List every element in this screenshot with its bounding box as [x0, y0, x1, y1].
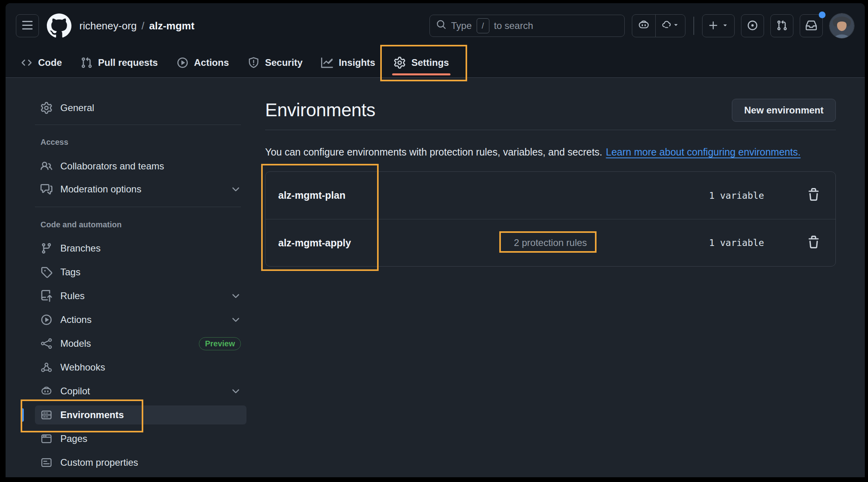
- sidebar-item-pages[interactable]: Pages: [35, 429, 246, 448]
- sidebar-item-general[interactable]: General: [35, 98, 246, 117]
- sidebar-item-copilot[interactable]: Copilot: [35, 382, 246, 401]
- create-new-button[interactable]: [702, 14, 735, 37]
- tab-pull-requests[interactable]: Pull requests: [74, 48, 164, 77]
- sidebar-item-branches[interactable]: Branches: [35, 239, 246, 258]
- sidebar-divider: [35, 125, 241, 125]
- sidebar-divider: [35, 207, 241, 207]
- chevron-down-icon: [231, 386, 241, 396]
- pull-requests-button[interactable]: [770, 14, 793, 37]
- code-icon: [21, 57, 33, 69]
- hamburger-icon: [21, 19, 33, 33]
- copilot-icon: [40, 385, 52, 397]
- environments-settings-panel: Environments New environment You can con…: [265, 78, 836, 477]
- tab-label: Insights: [339, 57, 375, 68]
- sidebar-item-custom-properties[interactable]: Custom properties: [35, 453, 246, 472]
- sidebar-item-label: Environments: [60, 409, 124, 421]
- delete-environment-button[interactable]: [807, 188, 820, 203]
- chevron-down-icon: [231, 315, 241, 325]
- sidebar-section-access: Access: [35, 138, 246, 147]
- sidebar-item-label: Branches: [60, 243, 100, 254]
- sidebar-item-label: Tags: [60, 267, 81, 278]
- comment-discussion-icon: [40, 183, 52, 195]
- search-input[interactable]: Type / to search: [429, 15, 625, 37]
- variables-count: 1 variable: [709, 190, 764, 201]
- sidebar-item-models[interactable]: Models Preview: [35, 334, 246, 353]
- tab-label: Settings: [411, 57, 449, 68]
- sidebar-section-code-and-automation: Code and automation: [35, 220, 246, 229]
- issues-button[interactable]: [741, 14, 764, 37]
- sidebar-item-collaborators[interactable]: Collaborators and teams: [35, 157, 246, 176]
- settings-sidebar: General Access Collaborators and teams M…: [6, 78, 256, 477]
- delete-environment-button[interactable]: [807, 236, 820, 250]
- learn-more-link[interactable]: Learn more about configuring environment…: [606, 146, 801, 157]
- new-environment-button[interactable]: New environment: [732, 99, 836, 122]
- webhook-icon: [40, 361, 52, 373]
- avatar[interactable]: [829, 13, 855, 38]
- sidebar-item-actions[interactable]: Actions: [35, 310, 246, 329]
- caret-down-icon: [722, 22, 729, 30]
- variables-count: 1 variable: [709, 238, 764, 248]
- environments-list: alz-mgmt-plan 1 variable alz-mgmt-apply …: [265, 171, 836, 267]
- chevron-down-icon: [231, 291, 241, 301]
- sidebar-item-environments[interactable]: Environments: [35, 405, 246, 424]
- copilot-button[interactable]: [632, 15, 655, 37]
- sidebar-item-label: Models: [60, 338, 91, 349]
- sidebar-item-label: Pages: [60, 433, 87, 444]
- copilot-agent-dropdown[interactable]: [656, 15, 685, 37]
- pull-request-icon: [776, 20, 787, 32]
- issues-icon: [747, 20, 758, 32]
- tab-insights[interactable]: Insights: [315, 48, 381, 77]
- sidebar-item-rules[interactable]: Rules: [35, 286, 246, 305]
- unread-notification-dot: [819, 12, 826, 18]
- sidebar-item-tags[interactable]: Tags: [35, 263, 246, 282]
- play-icon: [177, 57, 189, 69]
- header-divider: [693, 17, 694, 35]
- environment-name-link[interactable]: alz-mgmt-plan: [278, 190, 392, 201]
- tab-security[interactable]: Security: [241, 48, 309, 77]
- tab-label: Pull requests: [98, 57, 158, 68]
- trash-icon: [807, 188, 820, 203]
- server-icon: [40, 409, 52, 421]
- caret-down-icon: [672, 21, 679, 30]
- top-bar: richeney-org / alz-mgmt Type / to search: [6, 3, 865, 48]
- notifications-inbox-button[interactable]: [800, 14, 823, 37]
- environments-description: You can configure environments with prot…: [265, 146, 836, 158]
- search-placeholder-suffix: to search: [494, 20, 533, 31]
- hamburger-menu-button[interactable]: [16, 14, 39, 37]
- chevron-down-icon: [231, 184, 241, 194]
- copilot-button-group: [632, 14, 686, 37]
- environment-name-link[interactable]: alz-mgmt-apply: [278, 237, 392, 249]
- sidebar-item-moderation-options[interactable]: Moderation options: [35, 180, 246, 199]
- tab-label: Code: [38, 57, 62, 68]
- copilot-icon: [638, 19, 650, 33]
- tab-settings[interactable]: Settings: [387, 48, 455, 77]
- gear-icon: [394, 57, 406, 69]
- repo-tab-nav: Code Pull requests Actions Security Insi…: [6, 48, 865, 77]
- preview-badge: Preview: [199, 337, 241, 350]
- description-text: You can configure environments with prot…: [265, 146, 602, 157]
- sidebar-item-label: Copilot: [60, 386, 90, 397]
- gear-icon: [40, 102, 52, 114]
- search-icon: [436, 19, 447, 32]
- people-icon: [40, 160, 52, 172]
- play-icon: [40, 314, 52, 326]
- sidebar-item-label: General: [60, 102, 94, 113]
- tab-code[interactable]: Code: [14, 48, 68, 77]
- git-branch-icon: [40, 242, 52, 254]
- sidebar-item-webhooks[interactable]: Webhooks: [35, 358, 246, 377]
- breadcrumb-repo-link[interactable]: alz-mgmt: [149, 20, 194, 32]
- graph-icon: [321, 57, 333, 69]
- tab-actions[interactable]: Actions: [170, 48, 235, 77]
- sidebar-item-label: Rules: [60, 290, 85, 301]
- sidebar-item-label: Custom properties: [60, 457, 138, 468]
- copilot-agent-icon: [661, 19, 672, 32]
- breadcrumb-separator: /: [142, 20, 144, 32]
- protection-rules-count: 2 protection rules: [392, 237, 709, 248]
- github-logo[interactable]: [47, 13, 71, 38]
- sidebar-item-label: Moderation options: [60, 184, 141, 195]
- browser-icon: [40, 433, 52, 445]
- sidebar-item-label: Collaborators and teams: [60, 161, 164, 172]
- breadcrumb-org-link[interactable]: richeney-org: [79, 20, 137, 32]
- trash-icon: [807, 236, 820, 250]
- inbox-icon: [806, 20, 817, 32]
